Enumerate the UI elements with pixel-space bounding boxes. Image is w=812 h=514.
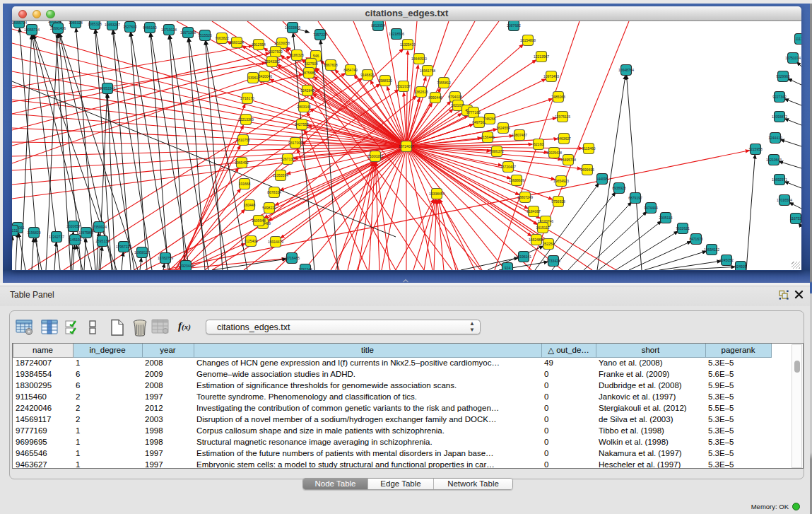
svg-text:9329966: 9329966: [776, 74, 790, 78]
svg-text:1065328: 1065328: [69, 21, 83, 25]
svg-text:25300283: 25300283: [367, 154, 383, 158]
svg-text:924505: 924505: [735, 264, 747, 269]
svg-text:1292344: 1292344: [298, 267, 312, 270]
svg-text:2803144: 2803144: [297, 105, 311, 109]
svg-text:1362615: 1362615: [414, 90, 428, 94]
svg-text:18724007: 18724007: [399, 144, 414, 148]
svg-text:16782759: 16782759: [158, 256, 173, 260]
svg-text:7357224: 7357224: [313, 33, 327, 37]
svg-text:10807487: 10807487: [512, 133, 527, 137]
svg-text:191668: 191668: [239, 182, 251, 186]
svg-text:11353594: 11353594: [273, 173, 288, 177]
svg-text:116753: 116753: [790, 216, 801, 221]
svg-text:15720407: 15720407: [500, 165, 516, 169]
svg-text:11325419: 11325419: [400, 42, 416, 47]
svg-text:16914479: 16914479: [268, 240, 283, 244]
svg-text:16210643: 16210643: [766, 158, 782, 162]
svg-text:15495798: 15495798: [560, 158, 576, 162]
svg-text:9327508: 9327508: [304, 62, 318, 66]
svg-text:93961: 93961: [248, 76, 258, 80]
svg-text:2020657: 2020657: [66, 224, 81, 228]
svg-text:9146821: 9146821: [360, 73, 375, 77]
svg-text:9777169: 9777169: [466, 110, 481, 115]
svg-text:12242737: 12242737: [49, 235, 64, 239]
svg-text:2156443: 2156443: [481, 135, 495, 139]
svg-text:8938923: 8938923: [612, 186, 626, 190]
svg-text:1810755: 1810755: [236, 138, 250, 142]
svg-text:8990448: 8990448: [428, 95, 442, 100]
svg-text:13226058: 13226058: [274, 41, 290, 45]
svg-text:8471676: 8471676: [689, 237, 703, 241]
svg-text:12975115: 12975115: [555, 115, 570, 119]
svg-text:1588520: 1588520: [378, 78, 392, 83]
svg-text:9474444: 9474444: [644, 206, 658, 210]
svg-text:1244419: 1244419: [768, 136, 782, 140]
svg-text:9245052: 9245052: [719, 258, 734, 262]
svg-text:7632621: 7632621: [676, 226, 690, 230]
svg-text:1733426: 1733426: [546, 259, 560, 263]
svg-text:15716485: 15716485: [284, 256, 300, 260]
svg-text:9227342: 9227342: [772, 95, 787, 99]
svg-text:2718170: 2718170: [240, 96, 254, 100]
svg-text:7125402: 7125402: [244, 239, 258, 243]
svg-text:2087682: 2087682: [507, 23, 521, 28]
svg-text:1965492: 1965492: [235, 160, 249, 165]
svg-text:14055714: 14055714: [12, 21, 27, 25]
svg-text:9327500: 9327500: [269, 49, 283, 54]
svg-text:17359924: 17359924: [91, 225, 107, 229]
svg-text:10025438: 10025438: [546, 151, 562, 155]
svg-text:8660124: 8660124: [230, 40, 244, 45]
svg-text:9756928: 9756928: [551, 199, 565, 204]
svg-text:1065328: 1065328: [88, 22, 102, 26]
svg-text:6466160: 6466160: [143, 25, 157, 30]
svg-text:924: 924: [505, 266, 511, 270]
svg-text:16543382: 16543382: [264, 59, 280, 64]
svg-text:3215958: 3215958: [748, 147, 763, 151]
svg-text:12213967: 12213967: [534, 54, 549, 59]
svg-text:3267130: 3267130: [281, 157, 295, 161]
svg-text:18807249: 18807249: [517, 195, 533, 199]
svg-text:144095: 144095: [596, 177, 608, 181]
svg-text:16671368: 16671368: [180, 30, 196, 35]
svg-text:9242848: 9242848: [300, 88, 314, 93]
svg-text:10958127: 10958127: [134, 250, 150, 255]
svg-text:9115460: 9115460: [582, 146, 595, 151]
svg-text:3875685: 3875685: [302, 71, 316, 75]
svg-text:8454749: 8454749: [343, 68, 358, 72]
svg-text:14055714: 14055714: [24, 28, 40, 32]
svg-text:7955812: 7955812: [437, 81, 451, 85]
svg-text:1615112: 1615112: [536, 226, 549, 230]
svg-text:20691406: 20691406: [50, 26, 66, 30]
svg-text:6879197: 6879197: [628, 196, 642, 200]
svg-text:39151: 39151: [12, 228, 18, 233]
svg-text:2595135: 2595135: [95, 239, 110, 243]
svg-text:2867608: 2867608: [324, 63, 338, 67]
svg-text:62160: 62160: [534, 142, 543, 146]
svg-text:9317004: 9317004: [288, 141, 302, 145]
svg-text:20953346: 20953346: [100, 86, 115, 90]
svg-text:1527602: 1527602: [123, 25, 137, 29]
svg-text:17016504: 17016504: [777, 198, 792, 202]
svg-text:1145191: 1145191: [68, 238, 81, 242]
svg-text:17957223: 17957223: [116, 245, 131, 249]
svg-text:7663822: 7663822: [215, 36, 229, 40]
svg-text:19654923: 19654923: [553, 179, 569, 183]
svg-text:23420046: 23420046: [257, 74, 272, 78]
svg-text:160448: 160448: [244, 203, 256, 207]
svg-text:8813054: 8813054: [371, 23, 385, 28]
svg-text:16648784: 16648784: [618, 68, 634, 72]
svg-text:15640910: 15640910: [411, 57, 427, 61]
svg-text:16961758: 16961758: [420, 69, 435, 73]
svg-text:12093872: 12093872: [772, 115, 787, 119]
svg-text:19218506: 19218506: [389, 32, 404, 36]
svg-text:252254: 252254: [543, 242, 555, 246]
svg-text:14196141: 14196141: [516, 255, 531, 259]
svg-text:2935114: 2935114: [659, 216, 672, 220]
svg-text:546: 546: [313, 54, 319, 58]
svg-text:8678334: 8678334: [267, 190, 281, 194]
svg-text:9463627: 9463627: [557, 136, 571, 141]
svg-text:7515526: 7515526: [198, 33, 212, 37]
svg-text:3624554: 3624554: [496, 126, 510, 130]
svg-text:8912954: 8912954: [252, 42, 266, 47]
svg-text:16154808: 16154808: [520, 38, 536, 42]
